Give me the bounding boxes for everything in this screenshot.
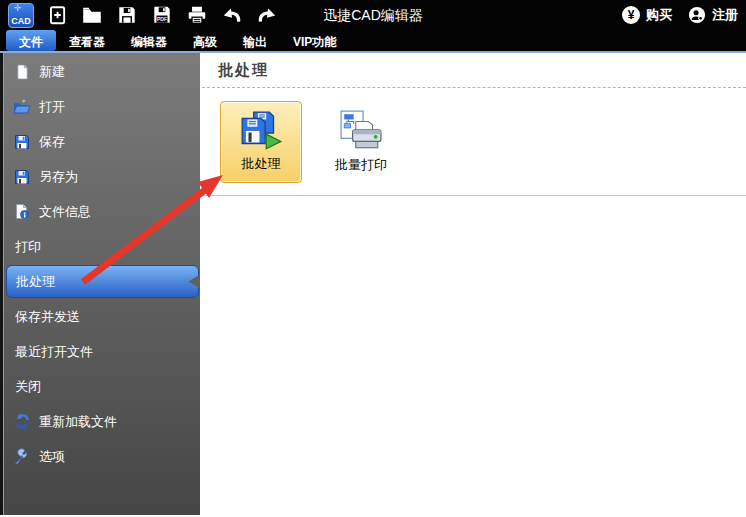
sidebar-item-close[interactable]: 关闭: [3, 369, 200, 404]
sidebar-item-label: 文件信息: [39, 203, 91, 221]
file-menu-sidebar: 新建 打开 保存 另存为 文件信息 打印: [0, 53, 200, 515]
svg-text:PDF: PDF: [157, 16, 167, 22]
batch-print-label: 批量打印: [335, 156, 387, 174]
sidebar-item-label: 保存并发送: [15, 308, 80, 326]
tab-file[interactable]: 文件: [6, 30, 56, 51]
sidebar-item-label: 另存为: [39, 168, 78, 186]
redo-icon[interactable]: [254, 2, 280, 28]
sidebar-item-label: 选项: [39, 448, 65, 466]
sidebar-item-label: 关闭: [15, 378, 41, 396]
batch-process-button[interactable]: 批处理: [220, 101, 302, 183]
user-icon: [688, 6, 706, 24]
sidebar-item-label: 最近打开文件: [15, 343, 93, 361]
print-icon[interactable]: [184, 2, 210, 28]
batch-process-label: 批处理: [242, 155, 281, 173]
file-info-icon: [12, 203, 32, 221]
batch-actions-row: 批处理 批量打印: [220, 101, 746, 183]
sidebar-item-reload[interactable]: 重新加载文件: [3, 404, 200, 439]
logo-text: CAD: [9, 16, 33, 26]
register-button[interactable]: 注册: [688, 6, 738, 24]
dashed-separator: [202, 87, 746, 88]
sidebar-item-label: 打印: [15, 238, 41, 256]
sidebar-item-open[interactable]: 打开: [3, 89, 200, 124]
sidebar-item-file-info[interactable]: 文件信息: [3, 194, 200, 229]
save-icon[interactable]: [114, 2, 140, 28]
sidebar-item-label: 重新加载文件: [39, 413, 117, 431]
new-file-icon: [12, 63, 32, 81]
undo-icon[interactable]: [219, 2, 245, 28]
save-as-icon: [12, 168, 32, 186]
batch-print-button[interactable]: 批量打印: [320, 101, 402, 183]
batch-process-icon: [238, 110, 284, 154]
account-area: ¥ 购买 注册: [622, 6, 738, 24]
reload-icon: [12, 413, 32, 431]
file-menu-panel: 新建 打开 保存 另存为 文件信息 打印: [0, 51, 746, 515]
sidebar-item-label: 批处理: [16, 273, 55, 291]
section-title: 批处理: [218, 61, 746, 80]
open-folder-icon[interactable]: [79, 2, 105, 28]
logo-crosshair-icon: ✛: [14, 3, 22, 13]
tab-advanced[interactable]: 高级: [180, 30, 230, 51]
batch-print-icon: [339, 109, 383, 153]
sidebar-item-save-and-send[interactable]: 保存并发送: [3, 299, 200, 334]
new-icon[interactable]: [44, 2, 70, 28]
sidebar-item-new[interactable]: 新建: [3, 54, 200, 89]
buy-button[interactable]: ¥ 购买: [622, 6, 672, 24]
sidebar-item-save[interactable]: 保存: [3, 124, 200, 159]
sidebar-item-label: 保存: [39, 133, 65, 151]
register-label: 注册: [712, 6, 738, 24]
open-folder-icon: [12, 98, 32, 116]
sidebar-item-label: 打开: [39, 98, 65, 116]
yen-icon: ¥: [622, 6, 640, 24]
title-bar: ✛ CAD PDF 迅捷CAD编辑器 ¥ 购买: [0, 0, 746, 30]
sidebar-item-label: 新建: [39, 63, 65, 81]
sidebar-item-print[interactable]: 打印: [3, 229, 200, 264]
quick-toolbar: PDF: [44, 2, 280, 28]
tab-output[interactable]: 输出: [230, 30, 280, 51]
buy-label: 购买: [646, 6, 672, 24]
tab-editor[interactable]: 编辑器: [118, 30, 180, 51]
save-icon: [12, 133, 32, 151]
solid-separator: [202, 195, 746, 196]
batch-section: 批处理 批处理: [200, 53, 746, 515]
sidebar-item-recent-files[interactable]: 最近打开文件: [3, 334, 200, 369]
app-logo[interactable]: ✛ CAD: [8, 3, 34, 28]
options-wrench-icon: [12, 448, 32, 466]
export-pdf-icon[interactable]: PDF: [149, 2, 175, 28]
sidebar-item-save-as[interactable]: 另存为: [3, 159, 200, 194]
tab-viewer[interactable]: 查看器: [56, 30, 118, 51]
sidebar-item-batch[interactable]: 批处理: [6, 265, 199, 298]
tab-vip[interactable]: VIP功能: [280, 30, 349, 51]
menu-bar: 文件 查看器 编辑器 高级 输出 VIP功能: [0, 30, 746, 51]
sidebar-item-options[interactable]: 选项: [3, 439, 200, 474]
